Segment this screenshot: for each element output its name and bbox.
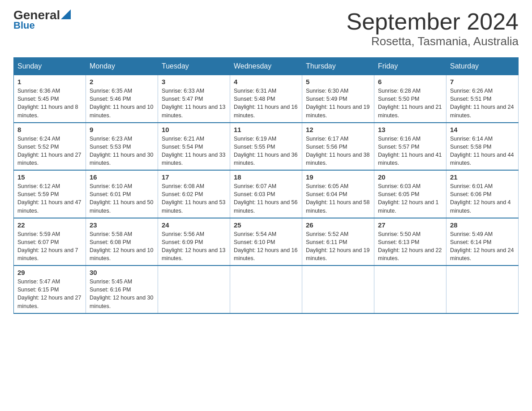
week-row-1: 1 Sunrise: 6:36 AMSunset: 5:45 PMDayligh… xyxy=(14,75,519,123)
header-wednesday: Wednesday xyxy=(230,58,302,75)
day-info: Sunrise: 5:49 AMSunset: 6:14 PMDaylight:… xyxy=(450,230,515,263)
day-number: 23 xyxy=(90,221,154,229)
day-info: Sunrise: 6:28 AMSunset: 5:50 PMDaylight:… xyxy=(378,87,442,120)
calendar-cell: 6 Sunrise: 6:28 AMSunset: 5:50 PMDayligh… xyxy=(374,75,446,123)
day-number: 25 xyxy=(234,221,298,229)
logo: General Blue xyxy=(13,9,71,31)
day-info: Sunrise: 6:35 AMSunset: 5:46 PMDaylight:… xyxy=(90,87,154,120)
day-info: Sunrise: 5:56 AMSunset: 6:09 PMDaylight:… xyxy=(162,230,226,263)
day-info: Sunrise: 5:54 AMSunset: 6:10 PMDaylight:… xyxy=(234,230,298,263)
calendar-cell: 7 Sunrise: 6:26 AMSunset: 5:51 PMDayligh… xyxy=(446,75,519,123)
month-year-title: September 2024 xyxy=(347,9,519,34)
day-info: Sunrise: 6:23 AMSunset: 5:53 PMDaylight:… xyxy=(90,135,154,167)
calendar-cell: 30 Sunrise: 5:45 AMSunset: 6:16 PMDaylig… xyxy=(86,265,158,313)
calendar-cell: 14 Sunrise: 6:14 AMSunset: 5:58 PMDaylig… xyxy=(446,123,519,171)
calendar-cell: 13 Sunrise: 6:16 AMSunset: 5:57 PMDaylig… xyxy=(374,123,446,171)
calendar-cell: 26 Sunrise: 5:52 AMSunset: 6:11 PMDaylig… xyxy=(302,218,374,266)
calendar-cell xyxy=(302,265,374,313)
week-row-3: 15 Sunrise: 6:12 AMSunset: 5:59 PMDaylig… xyxy=(14,170,519,218)
calendar-cell xyxy=(158,265,230,313)
calendar-cell: 12 Sunrise: 6:17 AMSunset: 5:56 PMDaylig… xyxy=(302,123,374,171)
day-number: 2 xyxy=(90,78,154,86)
day-info: Sunrise: 6:14 AMSunset: 5:58 PMDaylight:… xyxy=(450,135,515,167)
day-info: Sunrise: 6:21 AMSunset: 5:54 PMDaylight:… xyxy=(162,135,226,167)
day-number: 21 xyxy=(450,173,515,181)
day-number: 18 xyxy=(234,173,298,181)
day-info: Sunrise: 5:50 AMSunset: 6:13 PMDaylight:… xyxy=(378,230,442,263)
day-number: 11 xyxy=(234,126,298,133)
calendar-cell: 17 Sunrise: 6:08 AMSunset: 6:02 PMDaylig… xyxy=(158,170,230,218)
calendar-cell: 4 Sunrise: 6:31 AMSunset: 5:48 PMDayligh… xyxy=(230,75,302,123)
header-monday: Monday xyxy=(86,58,158,75)
calendar-cell: 21 Sunrise: 6:01 AMSunset: 6:06 PMDaylig… xyxy=(446,170,519,218)
day-info: Sunrise: 6:05 AMSunset: 6:04 PMDaylight:… xyxy=(306,182,370,215)
calendar-cell: 18 Sunrise: 6:07 AMSunset: 6:03 PMDaylig… xyxy=(230,170,302,218)
day-number: 29 xyxy=(17,269,82,276)
logo-blue-text: Blue xyxy=(13,20,35,31)
day-info: Sunrise: 6:01 AMSunset: 6:06 PMDaylight:… xyxy=(450,182,515,215)
day-number: 15 xyxy=(17,173,82,181)
page-header: General Blue September 2024 Rosetta, Tas… xyxy=(13,9,519,48)
calendar-cell: 24 Sunrise: 5:56 AMSunset: 6:09 PMDaylig… xyxy=(158,218,230,266)
day-info: Sunrise: 5:59 AMSunset: 6:07 PMDaylight:… xyxy=(17,230,82,263)
day-number: 16 xyxy=(90,173,154,181)
header-thursday: Thursday xyxy=(302,58,374,75)
calendar-cell: 16 Sunrise: 6:10 AMSunset: 6:01 PMDaylig… xyxy=(86,170,158,218)
day-number: 28 xyxy=(450,221,515,229)
day-number: 24 xyxy=(162,221,226,229)
day-number: 26 xyxy=(306,221,370,229)
calendar-cell: 27 Sunrise: 5:50 AMSunset: 6:13 PMDaylig… xyxy=(374,218,446,266)
day-info: Sunrise: 5:58 AMSunset: 6:08 PMDaylight:… xyxy=(90,230,154,263)
week-row-4: 22 Sunrise: 5:59 AMSunset: 6:07 PMDaylig… xyxy=(14,218,519,266)
location-subtitle: Rosetta, Tasmania, Australia xyxy=(347,34,519,48)
header-saturday: Saturday xyxy=(446,58,519,75)
day-number: 13 xyxy=(378,126,442,133)
day-info: Sunrise: 6:31 AMSunset: 5:48 PMDaylight:… xyxy=(234,87,298,120)
day-number: 7 xyxy=(450,78,515,86)
calendar-cell: 5 Sunrise: 6:30 AMSunset: 5:49 PMDayligh… xyxy=(302,75,374,123)
calendar-cell: 9 Sunrise: 6:23 AMSunset: 5:53 PMDayligh… xyxy=(86,123,158,171)
calendar-cell: 3 Sunrise: 6:33 AMSunset: 5:47 PMDayligh… xyxy=(158,75,230,123)
day-info: Sunrise: 6:26 AMSunset: 5:51 PMDaylight:… xyxy=(450,87,515,120)
day-number: 19 xyxy=(306,173,370,181)
day-number: 8 xyxy=(17,126,82,133)
day-info: Sunrise: 6:08 AMSunset: 6:02 PMDaylight:… xyxy=(162,182,226,215)
day-info: Sunrise: 5:45 AMSunset: 6:16 PMDaylight:… xyxy=(90,278,154,310)
day-info: Sunrise: 6:30 AMSunset: 5:49 PMDaylight:… xyxy=(306,87,370,120)
header-friday: Friday xyxy=(374,58,446,75)
calendar-cell: 8 Sunrise: 6:24 AMSunset: 5:52 PMDayligh… xyxy=(14,123,86,171)
day-info: Sunrise: 6:36 AMSunset: 5:45 PMDaylight:… xyxy=(17,87,82,120)
calendar-cell: 10 Sunrise: 6:21 AMSunset: 5:54 PMDaylig… xyxy=(158,123,230,171)
calendar-table: Sunday Monday Tuesday Wednesday Thursday… xyxy=(13,57,519,314)
calendar-cell xyxy=(230,265,302,313)
day-number: 12 xyxy=(306,126,370,133)
title-area: September 2024 Rosetta, Tasmania, Austra… xyxy=(347,9,519,48)
day-number: 14 xyxy=(450,126,515,133)
calendar-cell: 25 Sunrise: 5:54 AMSunset: 6:10 PMDaylig… xyxy=(230,218,302,266)
day-number: 5 xyxy=(306,78,370,86)
day-info: Sunrise: 6:16 AMSunset: 5:57 PMDaylight:… xyxy=(378,135,442,167)
calendar-cell: 15 Sunrise: 6:12 AMSunset: 5:59 PMDaylig… xyxy=(14,170,86,218)
day-number: 6 xyxy=(378,78,442,86)
calendar-cell xyxy=(446,265,519,313)
week-row-5: 29 Sunrise: 5:47 AMSunset: 6:15 PMDaylig… xyxy=(14,265,519,313)
header-tuesday: Tuesday xyxy=(158,58,230,75)
week-row-2: 8 Sunrise: 6:24 AMSunset: 5:52 PMDayligh… xyxy=(14,123,519,171)
calendar-cell: 11 Sunrise: 6:19 AMSunset: 5:55 PMDaylig… xyxy=(230,123,302,171)
day-info: Sunrise: 6:10 AMSunset: 6:01 PMDaylight:… xyxy=(90,182,154,215)
day-info: Sunrise: 5:47 AMSunset: 6:15 PMDaylight:… xyxy=(17,278,82,310)
day-number: 27 xyxy=(378,221,442,229)
day-number: 4 xyxy=(234,78,298,86)
calendar-cell: 19 Sunrise: 6:05 AMSunset: 6:04 PMDaylig… xyxy=(302,170,374,218)
day-number: 9 xyxy=(90,126,154,133)
day-info: Sunrise: 6:12 AMSunset: 5:59 PMDaylight:… xyxy=(17,182,82,215)
calendar-cell: 29 Sunrise: 5:47 AMSunset: 6:15 PMDaylig… xyxy=(14,265,86,313)
day-number: 20 xyxy=(378,173,442,181)
calendar-cell: 1 Sunrise: 6:36 AMSunset: 5:45 PMDayligh… xyxy=(14,75,86,123)
day-number: 17 xyxy=(162,173,226,181)
day-number: 3 xyxy=(162,78,226,86)
svg-marker-0 xyxy=(61,9,71,19)
day-number: 10 xyxy=(162,126,226,133)
day-info: Sunrise: 6:33 AMSunset: 5:47 PMDaylight:… xyxy=(162,87,226,120)
day-number: 22 xyxy=(17,221,82,229)
